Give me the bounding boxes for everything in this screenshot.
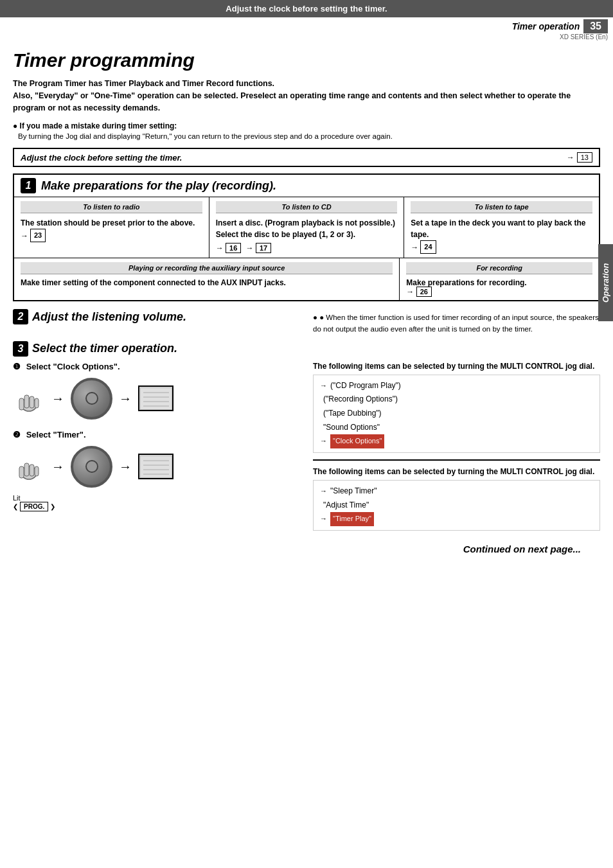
cd-col-header: To listen to CD bbox=[216, 201, 398, 213]
svg-rect-14 bbox=[35, 466, 39, 476]
arrow-icon-3: → bbox=[51, 459, 64, 474]
jog-dial-icon bbox=[71, 378, 112, 420]
svg-rect-11 bbox=[19, 466, 24, 478]
svg-rect-1 bbox=[19, 398, 24, 410]
step1-number: 1 bbox=[21, 178, 36, 193]
separator-line bbox=[313, 459, 600, 461]
sub-step2-title: ❷ Select "Timer". bbox=[13, 430, 300, 439]
jog-display-icon bbox=[138, 385, 173, 411]
page-number: 35 bbox=[583, 19, 608, 33]
option-timer-play-highlighted: → "Timer Play" bbox=[320, 512, 593, 526]
svg-rect-2 bbox=[24, 395, 29, 408]
recording-col: For recording Make preparations for reco… bbox=[400, 258, 599, 300]
tape-col-header: To listen to tape bbox=[411, 201, 592, 213]
step3-right: The following items can be selected by t… bbox=[313, 362, 600, 531]
option-recording: ("Recording Options") bbox=[320, 393, 593, 407]
jog-dial-icon-2 bbox=[71, 446, 112, 488]
radio-col-header: To listen to radio bbox=[21, 201, 202, 213]
source-table: To listen to radio The station should be… bbox=[14, 197, 599, 258]
step2-number: 2 bbox=[13, 309, 28, 324]
step3-section: ❶ Select "Clock Options". → → bbox=[13, 362, 600, 531]
step1-title-bar: 1 Make preparations for the play (record… bbox=[14, 175, 599, 197]
tape-ref: → 24 bbox=[411, 240, 436, 254]
option-sound: "Sound Options" bbox=[320, 421, 593, 435]
hand-left-icon bbox=[13, 382, 45, 414]
tape-col-body: Set a tape in the deck you want to play … bbox=[411, 217, 592, 254]
step1-box: 1 Make preparations for the play (record… bbox=[13, 173, 600, 301]
lit-label: Lit ❮ PROG. ❯ bbox=[13, 494, 300, 511]
jog-illustration-1: → → bbox=[13, 378, 300, 420]
recording-col-body: Make preparations for recording. → 26 bbox=[406, 278, 592, 296]
aux-col: Playing or recording the auxiliary input… bbox=[14, 258, 400, 300]
arrow-icon-2: → bbox=[119, 391, 132, 406]
option-cd-program: → ("CD Program Play") bbox=[320, 379, 593, 393]
svg-rect-4 bbox=[35, 398, 39, 408]
hand-left-icon-2 bbox=[13, 450, 45, 483]
step3-header: 3 Select the timer operation. bbox=[13, 341, 600, 357]
page-title: Timer programming bbox=[13, 49, 600, 71]
svg-rect-5 bbox=[140, 387, 172, 410]
radio-col-body: The station should be preset prior to th… bbox=[21, 217, 202, 242]
clock-reminder-box: Adjust the clock before setting the time… bbox=[13, 148, 600, 167]
option-clock-highlighted: → "Clock Options" bbox=[320, 434, 593, 448]
cd-col: To listen to CD Insert a disc. (Program … bbox=[209, 197, 405, 258]
section-label: Timer operation bbox=[512, 21, 580, 31]
intro-text: The Program Timer has Timer Playback and… bbox=[13, 78, 600, 114]
radio-col: To listen to radio The station should be… bbox=[14, 197, 209, 258]
series-label: XD SERIES (En) bbox=[0, 33, 613, 40]
tape-col: To listen to tape Set a tape in the deck… bbox=[404, 197, 599, 258]
option-adjust-time: "Adjust Time" bbox=[320, 499, 593, 513]
bullet-note: ● If you made a mistake during timer set… bbox=[13, 121, 600, 140]
option-tape-dubbing: ("Tape Dubbing") bbox=[320, 407, 593, 421]
top-header-bar: Adjust the clock before setting the time… bbox=[0, 0, 613, 17]
clock-reminder-text: Adjust the clock before setting the time… bbox=[21, 153, 182, 163]
prog-box: ❮ PROG. ❯ bbox=[13, 502, 55, 511]
source-bottom-row: Playing or recording the auxiliary input… bbox=[14, 258, 599, 300]
svg-rect-3 bbox=[30, 396, 34, 408]
sub-step1-title: ❶ Select "Clock Options". bbox=[13, 362, 300, 371]
right-text1-lead: The following items can be selected by t… bbox=[313, 362, 600, 371]
continued-text: Continued on next page... bbox=[13, 544, 600, 554]
options-list-1: → ("CD Program Play") ("Recording Option… bbox=[313, 375, 600, 453]
sidebar-operation-label: Operation bbox=[598, 244, 613, 321]
svg-rect-12 bbox=[24, 463, 29, 476]
svg-rect-15 bbox=[140, 456, 172, 478]
option-sleep-timer: → "Sleep Timer" bbox=[320, 484, 593, 499]
step2-title: Adjust the listening volume. bbox=[32, 310, 186, 324]
step2-row: 2 Adjust the listening volume. ● ● When … bbox=[13, 309, 600, 335]
step2-left: 2 Adjust the listening volume. bbox=[13, 309, 300, 327]
arrow-icon-4: → bbox=[119, 459, 132, 474]
svg-rect-13 bbox=[30, 465, 34, 476]
options-list-2: → "Sleep Timer" "Adjust Time" → "Timer P… bbox=[313, 480, 600, 531]
clock-reminder-ref: → 13 bbox=[567, 152, 592, 163]
step3-number: 3 bbox=[13, 341, 28, 357]
recording-col-header: For recording bbox=[406, 262, 592, 274]
step1-title: Make preparations for the play (recordin… bbox=[41, 179, 276, 193]
step3-left: ❶ Select "Clock Options". → → bbox=[13, 362, 300, 531]
right-text2-lead: The following items can be selected by t… bbox=[313, 467, 600, 476]
jog-illustration-2: → → bbox=[13, 446, 300, 488]
radio-ref: → 23 bbox=[21, 229, 46, 242]
step3-title: Select the timer operation. bbox=[32, 342, 177, 355]
step2-note: ● ● When the timer function is used for … bbox=[313, 309, 600, 335]
cd-col-body: Insert a disc. (Program playback is not … bbox=[216, 217, 398, 254]
jog-display-icon-2 bbox=[138, 454, 173, 479]
aux-col-header: Playing or recording the auxiliary input… bbox=[21, 262, 393, 274]
arrow-icon: → bbox=[51, 391, 64, 406]
aux-col-body: Make timer setting of the component conn… bbox=[21, 278, 393, 287]
